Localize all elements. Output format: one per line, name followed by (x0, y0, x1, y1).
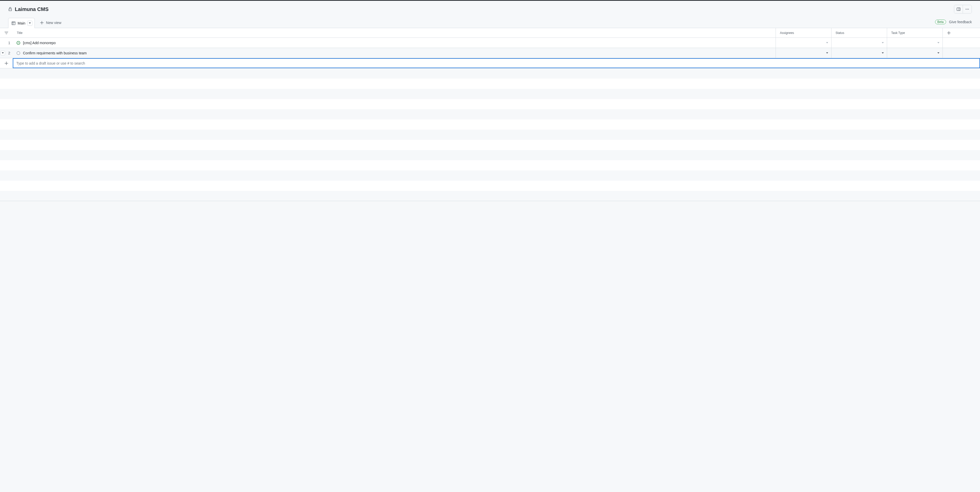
chevron-down-icon (937, 42, 939, 43)
new-item-input-wrap (13, 58, 980, 68)
issue-open-icon (16, 41, 21, 45)
project-table: Title Assignees Status Task Type 1 (0, 28, 980, 201)
row-number: 1 (0, 38, 13, 48)
give-feedback-link[interactable]: Give feedback (949, 20, 972, 24)
column-assignees[interactable]: Assignees (776, 28, 832, 38)
tab-main-label: Main (18, 21, 25, 25)
tab-main[interactable]: Main (8, 18, 35, 28)
column-title[interactable]: Title (13, 28, 776, 38)
chevron-down-icon (882, 42, 884, 43)
svg-point-2 (966, 9, 966, 10)
new-item-plus[interactable] (0, 58, 13, 68)
panel-toggle-button[interactable] (954, 5, 963, 13)
header-right (954, 5, 972, 14)
table-icon (11, 21, 16, 25)
row-tasktype-cell[interactable] (887, 48, 943, 58)
tab-main-dropdown[interactable] (27, 21, 32, 26)
tabs-row: Main New view Beta Give feedback (0, 18, 980, 28)
table-header: Title Assignees Status Task Type (0, 28, 980, 38)
row-assignees-cell[interactable] (776, 38, 832, 48)
column-status[interactable]: Status (832, 28, 887, 38)
new-view-button[interactable]: New view (37, 18, 64, 28)
row-menu-button[interactable] (0, 51, 5, 56)
chevron-down-icon (826, 42, 828, 43)
column-task-type[interactable]: Task Type (887, 28, 943, 38)
plus-icon (40, 21, 44, 25)
new-view-label: New view (46, 21, 61, 25)
row-extra-cell (943, 48, 980, 58)
plus-icon (947, 31, 951, 35)
header-left: Laimuna CMS (8, 6, 954, 12)
svg-rect-0 (957, 8, 960, 11)
beta-badge: Beta (935, 20, 946, 24)
row-assignees-cell[interactable] (776, 48, 832, 58)
chevron-down-icon (937, 52, 939, 54)
project-page: Laimuna CMS (0, 1, 980, 201)
chevron-down-icon (826, 52, 828, 54)
row-number-value: 2 (8, 51, 10, 55)
empty-rows-area (0, 68, 980, 201)
row-title: Confirm requirments with business team (23, 51, 87, 55)
row-number: 2 (0, 48, 13, 58)
project-header: Laimuna CMS (0, 1, 980, 16)
row-title-cell[interactable]: Confirm requirments with business team (13, 48, 776, 58)
header-actions-group (954, 5, 972, 14)
tabs-right: Beta Give feedback (935, 20, 972, 26)
svg-point-9 (18, 42, 19, 43)
more-menu-button[interactable] (963, 5, 972, 13)
row-title: [cms] Add monorepo (23, 41, 56, 45)
row-title-cell[interactable]: [cms] Add monorepo (13, 38, 776, 48)
new-item-input[interactable] (13, 58, 980, 68)
table-row[interactable]: 2 Confirm requirments with business team (0, 48, 980, 58)
filter-button[interactable] (0, 28, 13, 38)
lock-icon (8, 7, 12, 11)
row-status-cell[interactable] (832, 38, 887, 48)
row-tasktype-cell[interactable] (887, 38, 943, 48)
svg-point-3 (967, 9, 968, 10)
tabs-left: Main New view (8, 18, 935, 28)
row-extra-cell (943, 38, 980, 48)
svg-rect-5 (12, 22, 15, 25)
chevron-down-icon (882, 52, 884, 54)
row-status-cell[interactable] (832, 48, 887, 58)
table-row[interactable]: 1 [cms] Add monorepo (0, 38, 980, 48)
new-item-row (0, 58, 980, 68)
svg-point-10 (17, 51, 20, 54)
draft-issue-icon (16, 51, 21, 55)
project-title[interactable]: Laimuna CMS (15, 6, 48, 12)
svg-point-4 (968, 9, 969, 10)
add-column-button[interactable] (943, 28, 980, 38)
